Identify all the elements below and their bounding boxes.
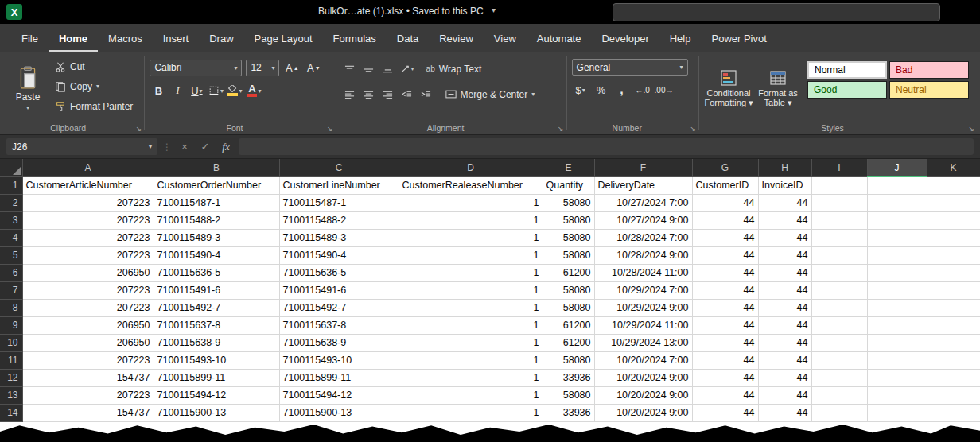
cell-B3[interactable]: 7100115488-2 bbox=[154, 211, 279, 229]
cell-A6[interactable]: 206950 bbox=[22, 264, 154, 281]
tab-developer[interactable]: Developer bbox=[591, 26, 659, 52]
cell-F7[interactable]: 10/29/2024 7:00 bbox=[594, 281, 692, 299]
cell-I4[interactable] bbox=[811, 229, 867, 246]
increase-font-size-button[interactable]: A▲ bbox=[283, 59, 301, 76]
row-header-10[interactable]: 10 bbox=[0, 334, 22, 351]
cell-D11[interactable]: 1 bbox=[399, 351, 542, 369]
cell-D10[interactable]: 1 bbox=[399, 334, 542, 351]
cell-I1[interactable] bbox=[811, 176, 867, 194]
cell-C13[interactable]: 7100115494-12 bbox=[279, 386, 399, 404]
cell-K9[interactable] bbox=[927, 316, 980, 334]
cell-G14[interactable]: 44 bbox=[692, 404, 758, 421]
cell-F13[interactable]: 10/20/2024 9:00 bbox=[594, 386, 692, 404]
column-header-K[interactable]: K bbox=[927, 159, 980, 176]
cell-J1[interactable] bbox=[867, 176, 927, 194]
top-align-button[interactable] bbox=[341, 60, 359, 78]
cell-B12[interactable]: 7100115899-11 bbox=[154, 369, 279, 386]
cell-B8[interactable]: 7100115492-7 bbox=[154, 299, 279, 316]
cell-E3[interactable]: 58080 bbox=[542, 211, 594, 229]
bold-button[interactable]: B bbox=[150, 82, 167, 99]
cell-C10[interactable]: 7100115638-9 bbox=[279, 334, 399, 351]
cell-A10[interactable]: 206950 bbox=[22, 334, 154, 351]
fill-color-button[interactable]: ▾ bbox=[226, 82, 243, 99]
cell-H7[interactable]: 44 bbox=[758, 281, 811, 299]
conditional-formatting-button[interactable]: ConditionalFormatting ▾ bbox=[704, 56, 753, 120]
name-box[interactable]: J26 ▾ bbox=[6, 138, 158, 155]
align-left-button[interactable] bbox=[341, 86, 359, 103]
cell-J8[interactable] bbox=[867, 299, 927, 316]
cell-B13[interactable]: 7100115494-12 bbox=[154, 386, 279, 404]
number-format-combo[interactable]: General ▾ bbox=[572, 59, 688, 76]
cell-C12[interactable]: 7100115899-11 bbox=[279, 369, 399, 386]
cell-H4[interactable]: 44 bbox=[758, 229, 811, 246]
cell-A12[interactable]: 154737 bbox=[22, 369, 154, 386]
cell-K13[interactable] bbox=[927, 386, 980, 404]
cell-K8[interactable] bbox=[927, 299, 980, 316]
tab-review[interactable]: Review bbox=[429, 26, 484, 52]
tab-macros[interactable]: Macros bbox=[98, 26, 153, 52]
merge-center-button[interactable]: Merge & Center ▾ bbox=[443, 84, 538, 104]
row-header-14[interactable]: 14 bbox=[0, 404, 22, 421]
cell-K11[interactable] bbox=[927, 351, 980, 369]
cell-D5[interactable]: 1 bbox=[399, 246, 542, 264]
tab-automate[interactable]: Automate bbox=[527, 26, 592, 52]
format-painter-button[interactable]: Format Painter bbox=[52, 96, 135, 116]
cell-H5[interactable]: 44 bbox=[758, 246, 811, 264]
cell-D4[interactable]: 1 bbox=[399, 229, 542, 246]
cell-C5[interactable]: 7100115490-4 bbox=[279, 246, 399, 264]
cell-E2[interactable]: 58080 bbox=[542, 194, 594, 211]
row-header-12[interactable]: 12 bbox=[0, 369, 22, 386]
cell-K6[interactable] bbox=[927, 264, 980, 281]
tab-home[interactable]: Home bbox=[49, 26, 98, 52]
cell-A9[interactable]: 206950 bbox=[22, 316, 154, 334]
cell-J5[interactable] bbox=[867, 246, 927, 264]
cell-I14[interactable] bbox=[811, 404, 867, 421]
cell-D13[interactable]: 1 bbox=[399, 386, 542, 404]
cell-D7[interactable]: 1 bbox=[399, 281, 542, 299]
wrap-text-button[interactable]: ab Wrap Text bbox=[424, 59, 484, 79]
cell-F3[interactable]: 10/27/2024 9:00 bbox=[594, 211, 692, 229]
row-header-13[interactable]: 13 bbox=[0, 386, 22, 404]
cell-C11[interactable]: 7100115493-10 bbox=[279, 351, 399, 369]
enter-button[interactable]: ✓ bbox=[197, 141, 213, 153]
cell-H2[interactable]: 44 bbox=[758, 194, 811, 211]
cell-style-good[interactable]: Good bbox=[807, 81, 887, 99]
cell-F2[interactable]: 10/27/2024 7:00 bbox=[594, 194, 692, 211]
column-header-H[interactable]: H bbox=[758, 159, 811, 176]
cell-I8[interactable] bbox=[811, 299, 867, 316]
row-header-1[interactable]: 1 bbox=[0, 176, 22, 194]
cell-B2[interactable]: 7100115487-1 bbox=[154, 194, 279, 211]
column-header-G[interactable]: G bbox=[692, 159, 758, 176]
cell-H14[interactable]: 44 bbox=[758, 404, 811, 421]
cell-K10[interactable] bbox=[927, 334, 980, 351]
cell-C1[interactable]: CustomerLineNumber bbox=[279, 176, 399, 194]
borders-button[interactable]: ▾ bbox=[207, 82, 224, 99]
cell-E1[interactable]: Quantity bbox=[542, 176, 594, 194]
cell-B5[interactable]: 7100115490-4 bbox=[154, 246, 279, 264]
cell-E11[interactable]: 58080 bbox=[542, 351, 594, 369]
cell-F8[interactable]: 10/29/2024 9:00 bbox=[594, 299, 692, 316]
middle-align-button[interactable] bbox=[360, 60, 378, 78]
cell-B1[interactable]: CustomerOrderNumber bbox=[154, 176, 279, 194]
cell-F1[interactable]: DeliveryDate bbox=[594, 176, 692, 194]
cell-B9[interactable]: 7100115637-8 bbox=[154, 316, 279, 334]
cell-J7[interactable] bbox=[867, 281, 927, 299]
cell-K5[interactable] bbox=[927, 246, 980, 264]
cell-J14[interactable] bbox=[867, 404, 927, 421]
cell-K2[interactable] bbox=[927, 194, 980, 211]
cell-G4[interactable]: 44 bbox=[692, 229, 758, 246]
cancel-button[interactable]: × bbox=[177, 141, 192, 153]
cell-A7[interactable]: 207223 bbox=[22, 281, 154, 299]
tab-formulas[interactable]: Formulas bbox=[323, 26, 387, 52]
title-dropdown-chevron-icon[interactable]: ▾ bbox=[492, 6, 496, 14]
cell-J2[interactable] bbox=[867, 194, 927, 211]
cell-I3[interactable] bbox=[811, 211, 867, 229]
cell-G2[interactable]: 44 bbox=[692, 194, 758, 211]
accounting-format-button[interactable]: $▾ bbox=[572, 81, 589, 99]
column-header-A[interactable]: A bbox=[22, 159, 154, 176]
cell-G11[interactable]: 44 bbox=[692, 351, 758, 369]
column-header-J[interactable]: J bbox=[867, 159, 927, 176]
cell-D6[interactable]: 1 bbox=[399, 264, 542, 281]
tab-data[interactable]: Data bbox=[387, 26, 429, 52]
cell-A4[interactable]: 207223 bbox=[22, 229, 154, 246]
